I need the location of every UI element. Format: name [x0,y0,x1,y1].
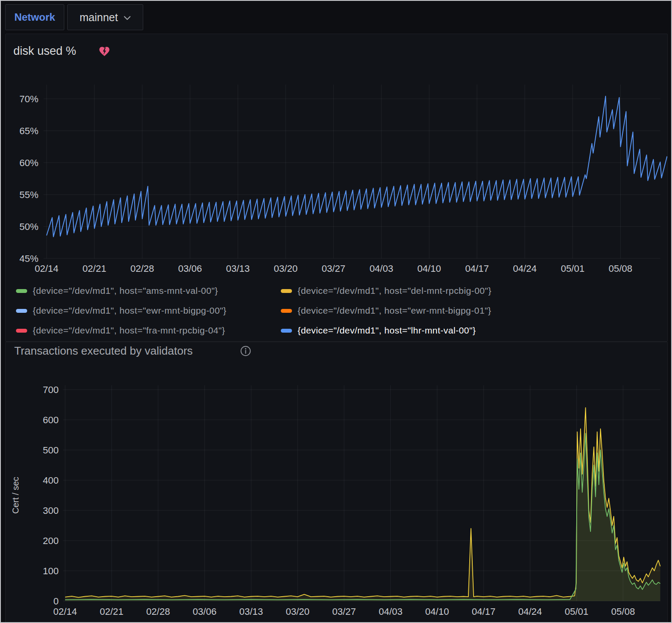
x-tick-label: 04/10 [418,263,441,274]
x-tick-label: 04/03 [370,263,393,274]
legend-series-label: {device="/dev/md1", host="del-mnt-rpcbig… [298,286,491,296]
y-tick-label: 55% [19,189,38,200]
x-tick-label: 03/13 [239,606,263,617]
transactions-time-series-canvas[interactable]: 010020030040050060070002/1402/2102/2803/… [6,342,667,623]
panel-transactions: Transactions executed by validators 0100… [5,342,668,623]
x-tick-label: 02/14 [53,606,77,617]
x-tick-label: 03/06 [193,606,217,617]
legend-item[interactable]: {device="/dev/md1", host="ewr-mnt-bigpg-… [16,304,270,317]
x-tick-label: 04/24 [518,606,542,617]
x-tick-label: 05/01 [561,263,584,274]
x-tick-label: 05/08 [609,263,632,274]
legend-series-label: {device="/dev/md1", host="fra-mnt-rpcbig… [33,325,225,336]
y-tick-label: 100 [43,566,59,576]
y-tick-label: 700 [43,384,59,395]
y-tick-label: 65% [19,126,38,136]
x-tick-label: 02/28 [146,606,170,617]
legend-series-label: {device="/dev/md1", host="lhr-mnt-val-00… [298,325,476,336]
legend-item[interactable]: {device="/dev/md1", host="fra-mnt-rpcbig… [16,324,270,337]
y-tick-label: 60% [19,157,38,168]
validator-certs-green-line [65,434,660,600]
grafana-dashboard: Network mainnet disk used % 45%50%55%60%… [0,0,672,623]
legend-series-swatch [16,309,27,313]
legend-item[interactable]: {device="/dev/md1", host="del-mnt-rpcbig… [281,284,534,297]
network-variable-dropdown[interactable]: mainnet [67,4,143,30]
x-tick-label: 04/17 [472,606,496,617]
disk-used-series-line [47,96,667,237]
x-tick-label: 02/28 [130,263,154,274]
y-tick-label: 70% [19,94,38,104]
x-tick-label: 03/27 [332,606,356,617]
legend-series-swatch [281,309,292,313]
validator-certs-yellow-line [65,408,660,598]
legend-series-swatch [281,289,292,293]
x-tick-label: 02/21 [82,263,106,274]
y-tick-label: 50% [19,221,38,232]
x-tick-label: 05/01 [565,606,588,617]
y-tick-label: 200 [43,535,59,546]
y-tick-label: 600 [43,415,59,425]
legend-series-label: {device="/dev/md1", host="ams-mnt-val-00… [33,286,218,296]
x-tick-label: 04/10 [425,606,449,617]
x-tick-label: 02/21 [100,606,123,617]
network-label: Network [14,11,55,23]
network-variable-label: Network [5,4,64,30]
x-tick-label: 03/06 [178,263,202,274]
legend-item[interactable]: {device="/dev/md1", host="ams-mnt-val-00… [16,284,270,297]
x-tick-label: 04/24 [513,263,537,274]
disk-used-legend: {device="/dev/md1", host="ams-mnt-val-00… [16,284,659,344]
x-tick-label: 04/17 [465,263,489,274]
validator-certs-yellow-area [65,408,660,601]
legend-series-label: {device="/dev/md1", host="ewr-mnt-bigpg-… [33,305,226,316]
legend-item[interactable]: {device="/dev/md1", host="lhr-mnt-val-00… [281,324,534,337]
legend-item[interactable]: {device="/dev/md1", host="ewr-mnt-bigpg-… [281,304,534,317]
network-variable-value: mainnet [80,11,118,24]
y-tick-label: 300 [43,505,59,516]
chevron-down-icon [124,16,131,20]
y-tick-label: 400 [43,475,59,486]
y-axis-title: Cert / sec [11,477,20,514]
x-tick-label: 03/13 [226,263,250,274]
legend-series-label: {device="/dev/md1", host="ewr-mnt-bigpg-… [298,305,491,316]
x-tick-label: 05/08 [611,606,635,617]
x-tick-label: 02/14 [35,263,58,274]
x-tick-label: 04/03 [379,606,402,617]
x-tick-label: 03/20 [274,263,298,274]
validator-certs-green-area [65,434,660,601]
y-tick-label: 45% [19,253,38,264]
x-tick-label: 03/27 [322,263,345,274]
legend-series-swatch [16,329,27,333]
y-tick-label: 0 [53,596,59,607]
legend-series-swatch [16,289,27,293]
panel-disk-used: disk used % 45%50%55%60%65%70%02/1402/21… [5,34,668,342]
legend-series-swatch [281,329,292,333]
x-tick-label: 03/20 [286,606,309,617]
y-tick-label: 500 [43,445,59,456]
